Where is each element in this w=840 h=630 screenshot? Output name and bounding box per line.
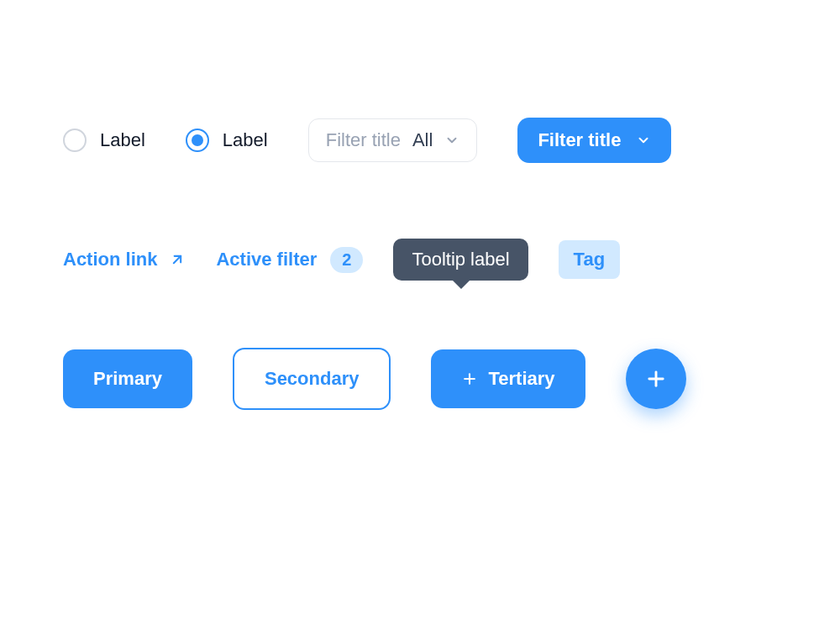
radio-unselected-group: Label	[63, 129, 145, 152]
plus-icon	[461, 370, 478, 387]
radio-selected-group: Label	[186, 129, 268, 152]
radio-unselected-label: Label	[100, 129, 145, 151]
row-controls: Label Label Filter title All Filter titl…	[63, 118, 777, 163]
filter-dropdown-solid[interactable]: Filter title	[517, 118, 671, 163]
tag-label: Tag	[574, 249, 605, 270]
active-filter-badge: 2	[330, 247, 363, 273]
secondary-button-label: Secondary	[265, 368, 360, 390]
filter-light-title: Filter title	[326, 129, 401, 151]
filter-light-value: All	[412, 129, 433, 151]
chevron-down-icon	[444, 133, 459, 148]
active-filter-label: Active filter	[216, 249, 317, 270]
arrow-up-right-icon	[169, 251, 186, 268]
radio-unselected[interactable]	[63, 129, 87, 152]
filter-solid-title: Filter title	[538, 129, 621, 151]
filter-dropdown-light[interactable]: Filter title All	[308, 118, 478, 162]
plus-icon	[644, 367, 668, 391]
secondary-button[interactable]: Secondary	[233, 348, 391, 410]
active-filter[interactable]: Active filter 2	[216, 247, 363, 273]
primary-button[interactable]: Primary	[63, 349, 192, 408]
tertiary-button-label: Tertiary	[488, 368, 554, 390]
chevron-down-icon	[636, 133, 651, 148]
tooltip: Tooltip label	[393, 239, 528, 281]
action-link-label: Action link	[63, 249, 157, 270]
primary-button-label: Primary	[93, 368, 162, 390]
radio-selected-label: Label	[223, 129, 268, 151]
tertiary-button[interactable]: Tertiary	[431, 349, 585, 408]
radio-dot-icon	[192, 134, 203, 146]
action-link[interactable]: Action link	[63, 249, 186, 270]
row-links: Action link Active filter 2 Tooltip labe…	[63, 239, 777, 281]
tooltip-label: Tooltip label	[412, 249, 509, 270]
radio-selected[interactable]	[186, 129, 209, 152]
svg-line-0	[174, 256, 181, 263]
fab-add-button[interactable]	[626, 349, 686, 409]
tag[interactable]: Tag	[559, 240, 620, 279]
row-buttons: Primary Secondary Tertiary	[63, 348, 777, 410]
